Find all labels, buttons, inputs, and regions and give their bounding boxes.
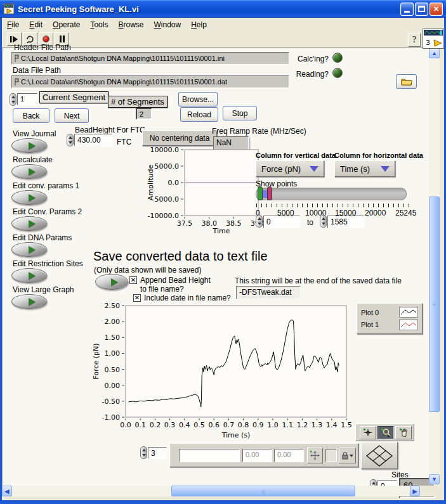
suffix-string-label: This string will be at the end of the sa… xyxy=(235,276,402,285)
path-symbol-icon xyxy=(14,78,20,86)
svg-text:0.00: 0.00 xyxy=(105,382,121,390)
view-journal-button[interactable] xyxy=(11,138,47,153)
svg-text:2.50: 2.50 xyxy=(105,302,121,310)
ftc-label: FTC xyxy=(117,138,131,146)
svg-text:1.5: 1.5 xyxy=(341,421,352,429)
crosshair-tool-button[interactable] xyxy=(360,426,376,439)
minimize-button[interactable] xyxy=(400,3,414,16)
window-title: Secret Peeking Software_KL.vi xyxy=(18,4,399,14)
column-vertical-label: Column for vertical data xyxy=(256,152,336,159)
maximize-button[interactable] xyxy=(415,3,428,16)
show-points-slider[interactable] xyxy=(256,188,407,200)
scroll-up-button[interactable]: ▲ xyxy=(429,48,440,58)
stop-button[interactable]: Stop xyxy=(223,106,257,120)
column-horizontal-label: Column for horizontal data xyxy=(334,152,423,159)
browse-path-button[interactable] xyxy=(396,74,417,89)
cursor-move-button[interactable] xyxy=(307,448,323,463)
svg-text:0.3: 0.3 xyxy=(164,421,176,429)
scroll-left-button[interactable]: ◀ xyxy=(2,486,12,496)
data-file-path-field[interactable]: C:\,Local Data\ant\Shotgun DNA Mapping\1… xyxy=(11,75,289,88)
cursor-lock-button[interactable] xyxy=(339,448,356,463)
hand-icon xyxy=(399,428,409,437)
next-button[interactable]: Next xyxy=(55,108,89,123)
legend-row-plot1[interactable]: Plot 1 xyxy=(361,319,418,332)
svg-text:37.5: 37.5 xyxy=(177,219,193,228)
edit-conv-params1-button[interactable] xyxy=(11,190,47,205)
scale-25245: 25245 xyxy=(395,209,416,217)
cursor-mover-button[interactable] xyxy=(361,442,398,469)
browse-segments-button[interactable]: Browse... xyxy=(178,92,218,107)
menu-edit[interactable]: Edit xyxy=(24,18,48,31)
menu-window[interactable]: Window xyxy=(148,18,186,31)
edit-conv-params2-button[interactable] xyxy=(11,216,47,231)
chevron-down-icon xyxy=(350,455,353,457)
zoom-tool-button[interactable]: + xyxy=(377,426,394,439)
slider-tick-marks xyxy=(256,204,412,207)
cursor-style-button[interactable] xyxy=(325,449,337,462)
svg-text:0.1: 0.1 xyxy=(134,421,146,429)
cursor-index-field[interactable]: 3 xyxy=(148,447,167,459)
column-horizontal-dropdown[interactable]: Time (s) xyxy=(334,160,395,177)
recalculate-label: Recalculate xyxy=(13,155,100,164)
view-large-graph-button[interactable] xyxy=(11,294,47,309)
column-vertical-dropdown[interactable]: Force (pN) xyxy=(256,160,324,177)
green-arrow-icon xyxy=(29,194,36,202)
vertical-scrollbar[interactable]: ▲ ≡ ▼ xyxy=(429,48,440,484)
vi-context-icon[interactable]: 3 xyxy=(423,29,444,49)
scroll-right-button[interactable]: ▶ xyxy=(410,486,420,496)
scrollbar-corner xyxy=(420,486,440,496)
slider-handle-from[interactable] xyxy=(258,186,263,200)
menu-tools[interactable]: Tools xyxy=(85,18,113,31)
range-from-field[interactable]: 0 xyxy=(263,216,300,228)
cursor-legend-bar: 0.00 0.00 xyxy=(169,443,358,467)
scroll-down-button[interactable]: ▼ xyxy=(429,474,440,484)
window: Secret Peeking Software_KL.vi ✕ File Edi… xyxy=(0,0,446,504)
edit-dna-params-button[interactable] xyxy=(11,242,47,257)
cursor-name-field[interactable] xyxy=(179,449,240,462)
cursor-index-spinner[interactable] xyxy=(140,446,147,459)
svg-text:1.4: 1.4 xyxy=(326,421,338,429)
plot1-label: Plot 1 xyxy=(361,321,379,328)
cursor-x-field[interactable]: 0.00 xyxy=(242,449,272,462)
current-segment-field[interactable]: 1 xyxy=(17,93,37,105)
back-button[interactable]: Back xyxy=(13,108,49,123)
menu-operate[interactable]: Operate xyxy=(48,18,85,31)
menu-help[interactable]: Help xyxy=(186,18,212,31)
green-arrow-icon xyxy=(29,298,36,306)
vertical-scroll-thumb[interactable]: ≡ xyxy=(429,197,440,412)
save-data-button[interactable] xyxy=(95,274,128,290)
header-file-path-field[interactable]: C:\,Local Data\ant\Shotgun DNA Mapping\1… xyxy=(11,52,289,65)
append-bead-height-checkbox[interactable]: Append Bead Height to file name? xyxy=(129,276,211,294)
svg-text:-1.00: -1.00 xyxy=(102,413,120,422)
svg-text:0.8: 0.8 xyxy=(238,421,249,429)
pan-tool-button[interactable] xyxy=(395,426,412,439)
green-arrow-icon xyxy=(29,246,36,254)
menu-browse[interactable]: Browse xyxy=(113,18,148,31)
beadheight-field[interactable]: 430.00 xyxy=(74,134,112,146)
force-graph: 0.00.10.20.30.40.50.60.70.80.91.01.11.21… xyxy=(92,297,358,443)
close-button[interactable]: ✕ xyxy=(430,3,443,16)
legend-row-plot0[interactable]: Plot 0 xyxy=(361,306,418,319)
chevron-down-icon xyxy=(310,166,318,172)
cursor-y-field[interactable]: 0.00 xyxy=(274,449,304,462)
range-to-field[interactable]: 1585 xyxy=(327,216,364,228)
svg-text:10000.0: 10000.0 xyxy=(150,146,180,154)
menu-file[interactable]: File xyxy=(2,18,24,31)
range-to-spinner[interactable] xyxy=(320,215,327,228)
range-from-spinner[interactable] xyxy=(256,215,263,228)
edit-restriction-sites-button[interactable] xyxy=(11,268,47,283)
reload-button[interactable]: Reload xyxy=(180,107,218,122)
slider-handle-to[interactable] xyxy=(267,186,272,200)
svg-text:-0.50: -0.50 xyxy=(102,397,120,406)
column-horizontal-value: Time (s) xyxy=(340,164,370,174)
help-button[interactable]: ? xyxy=(408,33,421,47)
horizontal-scroll-thumb[interactable]: ||| xyxy=(171,486,355,496)
run-icon xyxy=(10,35,19,44)
beadheight-spinner[interactable] xyxy=(67,134,74,146)
current-segment-spinner[interactable] xyxy=(10,93,16,106)
recalculate-button[interactable] xyxy=(11,164,47,179)
svg-text:1.0: 1.0 xyxy=(267,421,279,429)
horizontal-scrollbar[interactable]: ◀ ||| ▶ xyxy=(2,486,420,496)
diamond-icon xyxy=(364,444,395,467)
centering-graph: 37.538.038.539.010000.05000.00.0-5000.0-… xyxy=(144,143,266,240)
